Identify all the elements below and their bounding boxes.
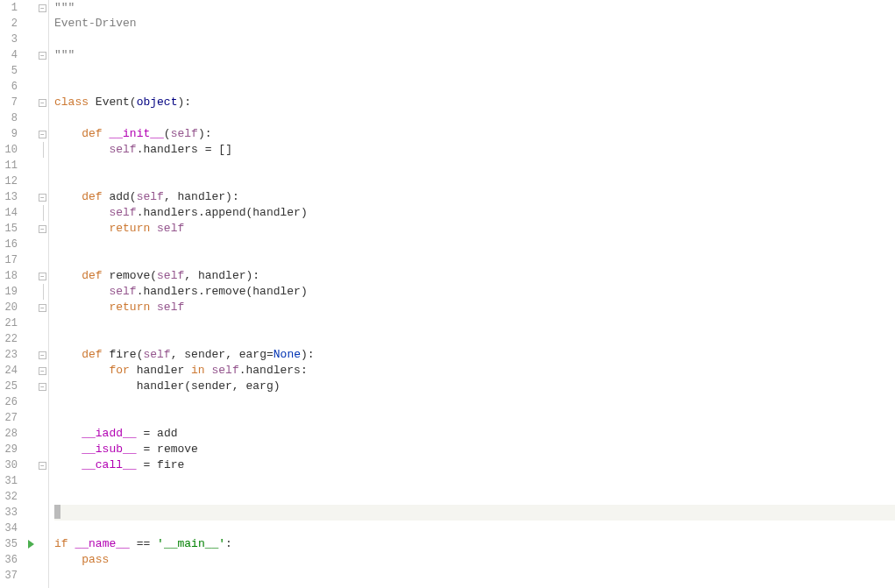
line-number[interactable]: 23 (0, 347, 18, 363)
run-gutter-cell[interactable] (25, 379, 37, 394)
code-line[interactable]: handler(sender, earg) (54, 379, 895, 394)
fold-collapse-icon[interactable]: − (39, 351, 46, 359)
code-line[interactable]: return self (54, 221, 895, 237)
fold-gutter-cell[interactable]: − (37, 95, 48, 110)
line-number[interactable]: 1 (0, 0, 18, 16)
run-gutter-cell[interactable] (25, 221, 37, 237)
fold-end-icon[interactable]: − (39, 225, 46, 233)
fold-gutter-cell[interactable]: − (37, 0, 48, 16)
fold-gutter-cell[interactable] (37, 426, 48, 442)
fold-collapse-icon[interactable]: − (39, 273, 46, 280)
code-line[interactable]: """ (54, 0, 895, 16)
line-number[interactable]: 18 (0, 268, 18, 284)
run-gutter-cell[interactable] (25, 63, 37, 79)
fold-end-icon[interactable]: − (39, 383, 46, 391)
line-number[interactable]: 21 (0, 315, 18, 331)
run-gutter-cell[interactable] (25, 47, 37, 63)
code-line[interactable]: """ (54, 47, 895, 63)
fold-gutter-cell[interactable] (37, 442, 48, 457)
run-gutter-cell[interactable] (25, 189, 37, 205)
code-line[interactable]: __isub__ = remove (54, 442, 895, 457)
run-gutter-cell[interactable] (25, 315, 37, 331)
run-gutter-cell[interactable] (25, 489, 37, 505)
line-number[interactable]: 15 (0, 221, 18, 237)
code-line[interactable]: class Event(object): (54, 95, 895, 110)
code-line[interactable]: __call__ = fire (54, 457, 895, 473)
fold-gutter-cell[interactable] (37, 489, 48, 505)
code-line[interactable] (54, 394, 895, 410)
code-line[interactable] (54, 110, 895, 126)
fold-gutter-cell[interactable]: − (37, 363, 48, 379)
code-line[interactable] (54, 521, 895, 536)
fold-gutter-cell[interactable] (37, 284, 48, 300)
line-number[interactable]: 34 (0, 521, 18, 536)
fold-gutter-cell[interactable]: − (37, 47, 48, 63)
line-number[interactable]: 19 (0, 284, 18, 300)
run-gutter-cell[interactable] (25, 158, 37, 174)
run-gutter-cell[interactable] (25, 174, 37, 189)
run-gutter-cell[interactable] (25, 552, 37, 568)
run-gutter-cell[interactable] (25, 568, 37, 584)
fold-gutter-cell[interactable] (37, 174, 48, 189)
line-number[interactable]: 32 (0, 489, 18, 505)
line-number[interactable]: 36 (0, 552, 18, 568)
line-number[interactable]: 9 (0, 126, 18, 142)
fold-gutter-cell[interactable] (37, 568, 48, 584)
code-area[interactable]: """Event-Driven"""class Event(object): d… (49, 0, 895, 588)
fold-gutter[interactable]: −−−−−−−−−−−− (37, 0, 49, 588)
line-number[interactable]: 7 (0, 95, 18, 110)
line-number[interactable]: 26 (0, 394, 18, 410)
fold-collapse-icon[interactable]: − (39, 367, 46, 375)
run-gutter-cell[interactable] (25, 536, 37, 552)
fold-gutter-cell[interactable] (37, 32, 48, 47)
code-line[interactable] (54, 489, 895, 505)
line-number[interactable]: 2 (0, 16, 18, 32)
run-gutter-cell[interactable] (25, 252, 37, 268)
line-number[interactable]: 5 (0, 63, 18, 79)
line-number[interactable]: 22 (0, 331, 18, 347)
fold-gutter-cell[interactable] (37, 410, 48, 426)
run-gutter[interactable] (25, 0, 37, 588)
line-number[interactable]: 13 (0, 189, 18, 205)
line-number[interactable]: 6 (0, 79, 18, 95)
fold-gutter-cell[interactable] (37, 16, 48, 32)
code-line[interactable] (54, 315, 895, 331)
fold-gutter-cell[interactable]: − (37, 379, 48, 394)
run-gutter-cell[interactable] (25, 426, 37, 442)
run-gutter-cell[interactable] (25, 237, 37, 252)
run-gutter-cell[interactable] (25, 363, 37, 379)
code-line[interactable]: return self (54, 300, 895, 315)
line-number[interactable]: 27 (0, 410, 18, 426)
fold-gutter-cell[interactable]: − (37, 457, 48, 473)
fold-gutter-cell[interactable] (37, 205, 48, 221)
line-number[interactable]: 24 (0, 363, 18, 379)
code-line[interactable]: self.handlers.remove(handler) (54, 284, 895, 300)
code-line[interactable]: def add(self, handler): (54, 189, 895, 205)
fold-gutter-cell[interactable]: − (37, 268, 48, 284)
code-line[interactable] (54, 63, 895, 79)
code-line[interactable]: self.handlers = [] (54, 142, 895, 158)
line-number[interactable]: 3 (0, 32, 18, 47)
code-line[interactable] (54, 252, 895, 268)
line-number[interactable]: 33 (0, 505, 18, 521)
fold-gutter-cell[interactable]: − (37, 347, 48, 363)
fold-gutter-cell[interactable] (37, 552, 48, 568)
line-number[interactable]: 28 (0, 426, 18, 442)
line-number[interactable]: 10 (0, 142, 18, 158)
fold-gutter-cell[interactable]: − (37, 126, 48, 142)
run-gutter-cell[interactable] (25, 16, 37, 32)
fold-gutter-cell[interactable] (37, 237, 48, 252)
code-line[interactable] (54, 237, 895, 252)
fold-gutter-cell[interactable] (37, 158, 48, 174)
fold-collapse-icon[interactable]: − (39, 131, 46, 138)
fold-gutter-cell[interactable] (37, 63, 48, 79)
code-line[interactable]: def fire(self, sender, earg=None): (54, 347, 895, 363)
code-line[interactable] (54, 32, 895, 47)
run-gutter-cell[interactable] (25, 205, 37, 221)
fold-gutter-cell[interactable] (37, 142, 48, 158)
line-number[interactable]: 25 (0, 379, 18, 394)
code-line[interactable]: self.handlers.append(handler) (54, 205, 895, 221)
line-number[interactable]: 20 (0, 300, 18, 315)
fold-gutter-cell[interactable] (37, 473, 48, 489)
fold-gutter-cell[interactable] (37, 252, 48, 268)
